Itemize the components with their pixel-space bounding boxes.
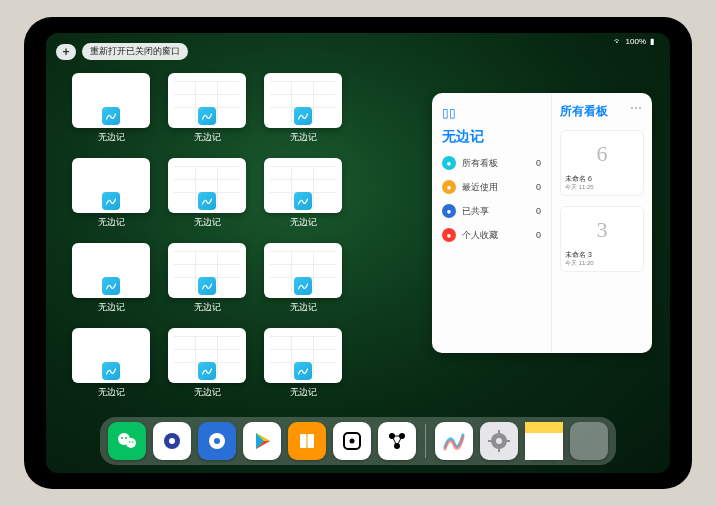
window-preview xyxy=(264,328,342,383)
freeform-app-icon xyxy=(294,277,312,295)
board-item[interactable]: 3未命名 3今天 11:20 xyxy=(560,206,644,272)
category-count: 0 xyxy=(536,230,541,240)
dock-app-notes[interactable] xyxy=(525,422,563,460)
window-thumb[interactable]: 无边记 xyxy=(264,73,342,144)
svg-rect-10 xyxy=(300,434,307,448)
window-thumb[interactable]: 无边记 xyxy=(72,328,150,399)
freeform-app-icon xyxy=(294,362,312,380)
category-icon: ● xyxy=(442,180,456,194)
dock-app-freeform[interactable] xyxy=(435,422,473,460)
window-thumb[interactable]: 无边记 xyxy=(168,328,246,399)
freeform-app-icon xyxy=(198,362,216,380)
window-preview xyxy=(264,158,342,213)
dock-app-dice[interactable] xyxy=(333,422,371,460)
dock-app-connect[interactable] xyxy=(378,422,416,460)
svg-point-7 xyxy=(169,438,175,444)
svg-point-4 xyxy=(129,441,131,443)
window-thumb-label: 无边记 xyxy=(98,301,125,314)
window-preview xyxy=(168,328,246,383)
board-time: 今天 11:25 xyxy=(565,184,639,191)
window-thumb-label: 无边记 xyxy=(98,131,125,144)
battery-icon: ▮ xyxy=(650,37,654,46)
svg-point-18 xyxy=(496,438,502,444)
freeform-app-icon xyxy=(102,192,120,210)
freeform-app-icon xyxy=(198,107,216,125)
dock-app-quark[interactable] xyxy=(198,422,236,460)
wifi-icon: ᯤ xyxy=(614,37,622,46)
board-preview: 6 xyxy=(565,135,639,174)
dock-app-settings[interactable] xyxy=(480,422,518,460)
board-time: 今天 11:20 xyxy=(565,260,639,267)
window-thumbnail-grid: 无边记无边记无边记无边记无边记无边记无边记无边记无边记无边记无边记无边记 xyxy=(72,73,432,399)
svg-rect-11 xyxy=(308,434,315,448)
dock-app-wechat[interactable] xyxy=(108,422,146,460)
more-icon[interactable]: ⋯ xyxy=(630,101,642,115)
dock xyxy=(100,417,616,465)
dock-app-folder[interactable] xyxy=(570,422,608,460)
window-thumb[interactable]: 无边记 xyxy=(72,73,150,144)
window-preview xyxy=(264,243,342,298)
new-window-button[interactable]: + xyxy=(56,44,76,60)
freeform-panel: ⋯ ▯▯ 无边记 ●所有看板0●最近使用0●已共享0●个人收藏0 所有看板 6未… xyxy=(432,93,652,353)
dock-app-play[interactable] xyxy=(243,422,281,460)
window-thumb-label: 无边记 xyxy=(98,386,125,399)
window-thumb-label: 无边记 xyxy=(194,386,221,399)
freeform-app-icon xyxy=(294,192,312,210)
window-thumb-label: 无边记 xyxy=(98,216,125,229)
window-preview xyxy=(168,158,246,213)
window-thumb-label: 无边记 xyxy=(290,131,317,144)
category-icon: ● xyxy=(442,228,456,242)
svg-rect-22 xyxy=(506,440,510,442)
category-label: 个人收藏 xyxy=(462,229,498,242)
category-item[interactable]: ●最近使用0 xyxy=(442,180,541,194)
ipad-frame: ᯤ 100% ▮ + 重新打开已关闭的窗口 无边记无边记无边记无边记无边记无边记… xyxy=(24,17,692,489)
window-preview xyxy=(72,243,150,298)
dock-app-quark-hd[interactable] xyxy=(153,422,191,460)
window-thumb-label: 无边记 xyxy=(194,301,221,314)
svg-point-1 xyxy=(126,438,136,448)
window-thumb[interactable]: 无边记 xyxy=(264,328,342,399)
topbar: + 重新打开已关闭的窗口 xyxy=(56,43,188,60)
svg-point-3 xyxy=(125,437,127,439)
category-item[interactable]: ●个人收藏0 xyxy=(442,228,541,242)
dock-separator xyxy=(425,424,426,458)
window-thumb[interactable]: 无边记 xyxy=(168,73,246,144)
window-thumb[interactable]: 无边记 xyxy=(264,243,342,314)
window-thumb[interactable]: 无边记 xyxy=(168,158,246,229)
window-preview xyxy=(168,73,246,128)
freeform-app-icon xyxy=(102,277,120,295)
svg-point-13 xyxy=(350,439,355,444)
category-count: 0 xyxy=(536,182,541,192)
panel-title: 无边记 xyxy=(442,128,541,146)
status-bar: ᯤ 100% ▮ xyxy=(614,37,654,46)
window-thumb-label: 无边记 xyxy=(194,131,221,144)
category-label: 最近使用 xyxy=(462,181,498,194)
category-icon: ● xyxy=(442,204,456,218)
board-name: 未命名 3 xyxy=(565,250,639,260)
svg-rect-19 xyxy=(498,430,500,434)
category-label: 已共享 xyxy=(462,205,489,218)
svg-rect-20 xyxy=(498,448,500,452)
category-count: 0 xyxy=(536,206,541,216)
window-thumb[interactable]: 无边记 xyxy=(168,243,246,314)
window-thumb[interactable]: 无边记 xyxy=(72,158,150,229)
window-preview xyxy=(72,328,150,383)
window-thumb[interactable]: 无边记 xyxy=(264,158,342,229)
window-preview xyxy=(72,158,150,213)
window-thumb-label: 无边记 xyxy=(290,301,317,314)
window-preview xyxy=(264,73,342,128)
category-item[interactable]: ●所有看板0 xyxy=(442,156,541,170)
category-item[interactable]: ●已共享0 xyxy=(442,204,541,218)
dock-app-books[interactable] xyxy=(288,422,326,460)
window-thumb[interactable]: 无边记 xyxy=(72,243,150,314)
reopen-closed-window-button[interactable]: 重新打开已关闭的窗口 xyxy=(82,43,188,60)
freeform-app-icon xyxy=(102,107,120,125)
category-icon: ● xyxy=(442,156,456,170)
freeform-app-icon xyxy=(102,362,120,380)
board-preview: 3 xyxy=(565,211,639,250)
category-count: 0 xyxy=(536,158,541,168)
board-item[interactable]: 6未命名 6今天 11:25 xyxy=(560,130,644,196)
category-label: 所有看板 xyxy=(462,157,498,170)
board-name: 未命名 6 xyxy=(565,174,639,184)
battery-text: 100% xyxy=(626,37,646,46)
